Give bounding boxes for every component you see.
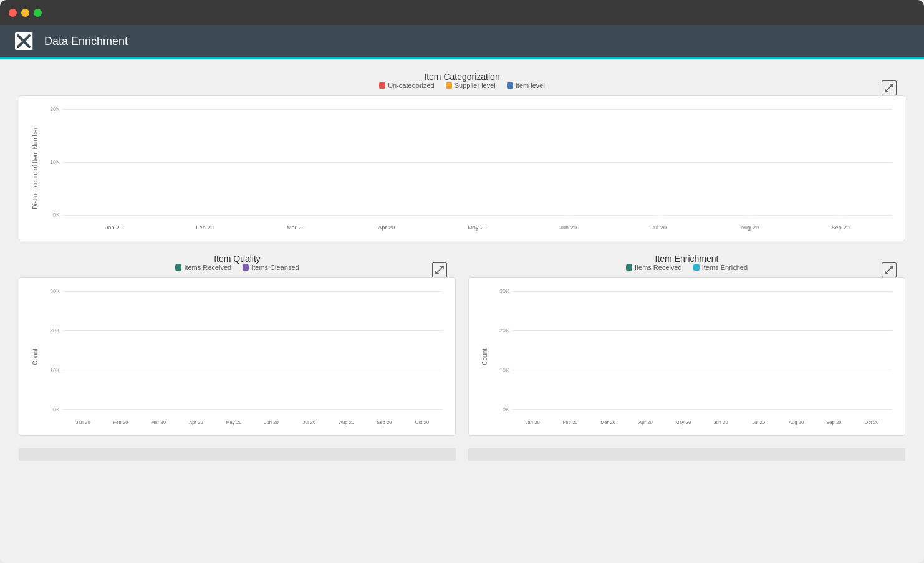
- app-bar-divider: [32, 32, 33, 50]
- item-enrichment-bars: [512, 288, 892, 413]
- main-content: Item Categorization Un-categorized Suppl…: [0, 59, 924, 563]
- iq-received-label: Items Received: [184, 264, 231, 271]
- x-axis-label: Feb-20: [552, 420, 588, 425]
- app-bar: Data Enrichment: [0, 25, 924, 59]
- ie-enriched-dot: [693, 264, 700, 271]
- legend-supplier-level: Supplier level: [446, 82, 496, 89]
- x-axis-label: Oct-20: [854, 420, 890, 425]
- title-bar: [0, 0, 924, 25]
- x-axis-label: Aug-20: [778, 420, 814, 425]
- item-enrichment-inner: 30K 20K 10K 0K Jan-20Feb-20Mar-20Apr-20M…: [492, 288, 892, 425]
- item-quality-x-labels: Jan-20Feb-20Mar-20Apr-20May-20Jun-20Jul-…: [62, 420, 443, 425]
- maximize-button[interactable]: [34, 9, 42, 17]
- bar-value-label: 11,641: [561, 210, 575, 216]
- x-axis-label: Apr-20: [341, 224, 432, 231]
- ie-enriched-label: Items Enriched: [702, 264, 748, 271]
- app-logo-icon: [15, 32, 32, 50]
- ie-received-dot: [626, 264, 632, 271]
- bottom-charts: Item Quality Items Received Items Cleans…: [19, 254, 905, 436]
- x-axis-label: Jul-20: [740, 420, 776, 425]
- item-quality-chart: Count 30K 20K 10K 0K Jan-20Feb-20Mar-20A…: [19, 277, 456, 436]
- item-categorization-expand-button[interactable]: [882, 80, 897, 95]
- x-axis-label: Apr-20: [178, 420, 214, 425]
- ie-received-label: Items Received: [635, 264, 682, 271]
- x-axis-label: Mar-20: [250, 224, 341, 231]
- svg-line-7: [889, 266, 893, 270]
- bar-value-label: 5,117: [199, 210, 211, 216]
- item-enrichment-x-labels: Jan-20Feb-20Mar-20Apr-20May-20Jun-20Jul-…: [512, 420, 892, 425]
- traffic-lights: [9, 9, 42, 17]
- x-axis-label: Oct-20: [404, 420, 440, 425]
- x-axis-label: Jan-20: [65, 420, 101, 425]
- item-categorization-x-labels: Jan-20Feb-20Mar-20Apr-20May-20Jun-20Jul-…: [62, 224, 892, 231]
- item-level-dot: [507, 82, 513, 89]
- item-categorization-y-label: Distinct count of Item Number: [32, 127, 39, 209]
- item-quality-section: Item Quality Items Received Items Cleans…: [19, 254, 456, 436]
- item-categorization-chart: Distinct count of Item Number 20K 10K 0K…: [19, 95, 905, 241]
- x-axis-label: Sep-20: [816, 420, 852, 425]
- item-quality-legend: Items Received Items Cleansed: [19, 264, 456, 271]
- legend-ie-received: Items Received: [626, 264, 682, 271]
- iq-cleansed-label: Items Cleansed: [251, 264, 299, 271]
- minimize-button[interactable]: [21, 9, 29, 17]
- svg-line-5: [440, 266, 443, 270]
- item-enrichment-header: Item Enrichment Items Received Items Enr…: [468, 254, 905, 271]
- svg-line-8: [885, 270, 889, 274]
- item-categorization-bars: 5,3435,1175,9355,5297,2863,76811,6412,90…: [62, 106, 892, 218]
- item-quality-expand-button[interactable]: [432, 262, 447, 277]
- item-categorization-inner: 20K 10K 0K 5,3435,1175,9355,5297,2863,76…: [42, 106, 892, 231]
- app-window: Data Enrichment Item Categorization Un-c…: [0, 0, 924, 563]
- item-quality-title: Item Quality: [19, 254, 456, 264]
- legend-iq-received: Items Received: [175, 264, 231, 271]
- x-axis-label: Jul-20: [291, 420, 327, 425]
- bar-value-label: 5,529: [380, 210, 392, 216]
- uncategorized-label: Un-categorized: [388, 82, 435, 89]
- item-quality-inner: 30K 20K 10K 0K Jan-20Feb-20Mar-20Apr-20M…: [42, 288, 443, 425]
- bar-value-label: 5,343: [108, 210, 120, 216]
- svg-line-4: [885, 88, 889, 92]
- x-axis-label: Feb-20: [102, 420, 138, 425]
- x-axis-label: Apr-20: [627, 420, 663, 425]
- item-enrichment-section: Item Enrichment Items Received Items Enr…: [468, 254, 905, 436]
- x-axis-label: Jun-20: [253, 420, 289, 425]
- x-axis-label: Mar-20: [590, 420, 626, 425]
- item-categorization-header: Item Categorization Un-categorized Suppl…: [19, 72, 905, 89]
- x-axis-label: Jan-20: [69, 224, 160, 231]
- item-quality-y-label: Count: [32, 349, 39, 365]
- iq-received-dot: [175, 264, 181, 271]
- bar-value-label: 16,434: [652, 210, 666, 216]
- bar-value-label: 10,365: [834, 210, 848, 216]
- supplier-level-dot: [446, 82, 452, 89]
- page-title: Data Enrichment: [44, 35, 128, 48]
- close-button[interactable]: [9, 9, 17, 17]
- item-enrichment-chart: Count 30K 20K 10K 0K Jan-20Feb-20Mar-20A…: [468, 277, 905, 436]
- item-categorization-legend: Un-categorized Supplier level Item level: [19, 82, 905, 89]
- uncategorized-dot: [379, 82, 385, 89]
- x-axis-label: Feb-20: [160, 224, 251, 231]
- item-quality-bars: [62, 288, 443, 413]
- item-enrichment-title: Item Enrichment: [468, 254, 905, 264]
- item-enrichment-area: Count 30K 20K 10K 0K Jan-20Feb-20Mar-20A…: [481, 288, 892, 425]
- x-axis-label: May-20: [432, 224, 523, 231]
- x-axis-label: Aug-20: [705, 224, 796, 231]
- svg-line-3: [889, 84, 893, 88]
- item-quality-header: Item Quality Items Received Items Cleans…: [19, 254, 456, 271]
- bottom-row-hint: [19, 448, 905, 461]
- supplier-level-label: Supplier level: [455, 82, 496, 89]
- x-axis-label: Jul-20: [614, 224, 705, 231]
- item-quality-area: Count 30K 20K 10K 0K Jan-20Feb-20Mar-20A…: [32, 288, 443, 425]
- x-axis-label: May-20: [216, 420, 252, 425]
- x-axis-label: Sep-20: [795, 224, 886, 231]
- item-categorization-section: Item Categorization Un-categorized Suppl…: [19, 72, 905, 241]
- svg-line-6: [436, 270, 440, 274]
- x-axis-label: Mar-20: [140, 420, 176, 425]
- bar-value-label: 7,286: [471, 210, 483, 216]
- item-enrichment-expand-button[interactable]: [882, 262, 897, 277]
- item-categorization-title: Item Categorization: [19, 72, 905, 82]
- bar-value-label: 5,935: [290, 210, 302, 216]
- x-axis-label: Jun-20: [703, 420, 739, 425]
- x-axis-label: May-20: [665, 420, 701, 425]
- legend-item-level: Item level: [507, 82, 545, 89]
- legend-uncategorized: Un-categorized: [379, 82, 435, 89]
- legend-iq-cleansed: Items Cleansed: [243, 264, 299, 271]
